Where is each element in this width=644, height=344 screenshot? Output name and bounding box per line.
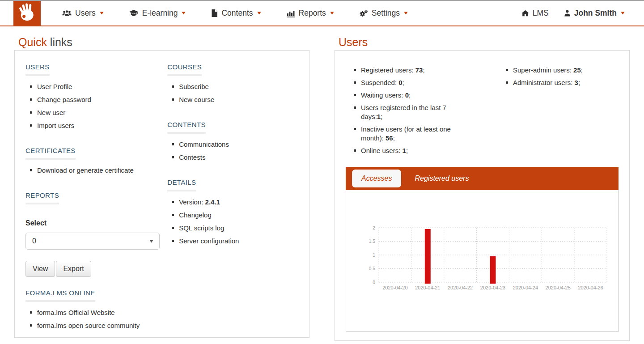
user-stat-value: 1 [402, 147, 406, 154]
quick-links-title-accent: Quick [18, 36, 47, 48]
nav-item-contents[interactable]: Contents [198, 8, 273, 18]
caret-down-icon [149, 240, 153, 243]
main-menu: UsersE-learningContentsReportsSettings [50, 1, 420, 25]
graduation-cap-icon [129, 9, 139, 17]
nav-item-label: Reports [299, 8, 326, 18]
quick-link-item[interactable]: Changelog [179, 211, 298, 219]
quick-links-title: Quick links [18, 36, 309, 48]
chart-bar [490, 256, 496, 284]
user-stat-label: Registered users: [361, 66, 415, 74]
quick-link-item[interactable]: SQL scripts log [179, 224, 298, 232]
caret-down-icon [404, 12, 408, 15]
user-stat-suffix: ; [393, 134, 395, 142]
user-stat-label: Users registered in the last 7 days: [361, 104, 446, 120]
tab-registered-users[interactable]: Registered users [405, 167, 478, 190]
quick-links-column-right: COURSESSubscribeNew courseCONTENTSCommun… [167, 63, 298, 325]
user-stat-value: 25 [573, 66, 581, 74]
user-stat-suffix: ; [423, 66, 424, 74]
quick-link-item[interactable]: Subscribe [179, 83, 298, 91]
caret-down-icon [330, 12, 334, 15]
document-icon [211, 9, 218, 17]
svg-text:2020-04-24: 2020-04-24 [513, 285, 538, 290]
quick-links-list: Download or generate certificate [25, 166, 167, 174]
nav-item-users[interactable]: Users [50, 8, 116, 18]
quick-link-label: Version: [179, 198, 205, 206]
nav-item-reports[interactable]: Reports [274, 8, 347, 18]
caret-down-icon [621, 12, 625, 15]
navbar-right: LMS John Smith [514, 1, 644, 25]
caret-down-icon [257, 12, 261, 15]
section-heading-courses: COURSES [167, 63, 202, 76]
section-heading-reports: REPORTS [25, 191, 59, 204]
quick-links-list: Version: 2.4.1ChangelogSQL scripts logSe… [167, 198, 298, 245]
nav-user-label: John Smith [574, 8, 617, 18]
quick-link-item[interactable]: New course [179, 96, 298, 104]
caret-down-icon [100, 12, 104, 15]
quick-links-list: User ProfileChange passwordNew userImpor… [25, 83, 167, 130]
svg-text:2: 2 [373, 225, 375, 230]
quick-link-item[interactable]: forma.lms open source community [37, 322, 167, 330]
user-stat-value: 56 [386, 134, 393, 142]
svg-text:2020-04-21: 2020-04-21 [415, 285, 440, 290]
user-stat-label: Online users: [361, 147, 402, 154]
bar-chart-icon [286, 9, 295, 17]
user-stat-item: Suspended: 0; [361, 78, 498, 87]
export-button[interactable]: Export [56, 261, 91, 277]
quick-link-item[interactable]: Server configuration [179, 237, 298, 245]
quick-link-item[interactable]: Change password [37, 96, 167, 104]
accesses-bar-chart: 00.511.522020-04-202020-04-212020-04-222… [346, 190, 619, 331]
quick-links-section: Quick links USERSUser ProfileChange pass… [14, 26, 309, 341]
user-stat-label: Suspended: [361, 79, 398, 86]
view-button[interactable]: View [25, 261, 55, 277]
nav-item-label: Contents [221, 8, 253, 18]
user-stat-label: Super-admin users: [513, 66, 573, 74]
users-panel-title: Users [339, 36, 630, 48]
user-stat-suffix: ; [381, 113, 382, 120]
quick-link-item[interactable]: Import users [37, 122, 167, 130]
quick-link-item[interactable]: Contests [179, 153, 298, 161]
quick-link-item[interactable]: Communications [179, 140, 298, 149]
nav-lms-label: LMS [533, 8, 549, 18]
tab-accesses[interactable]: Accesses [352, 170, 401, 187]
quick-link-item[interactable]: forma.lms Official Website [37, 309, 167, 317]
user-stat-item: Administrator users: 3; [513, 78, 583, 87]
home-icon [521, 10, 529, 17]
quick-links-title-rest: links [50, 36, 72, 48]
chart-bar [425, 229, 431, 284]
users-panel: Registered users: 73;Suspended: 0;Waitin… [335, 50, 630, 341]
section-heading-users: USERS [25, 63, 50, 76]
quick-links-list: SubscribeNew course [167, 83, 298, 104]
user-stat-item: Online users: 1; [361, 146, 498, 155]
user-stat-suffix: ; [578, 79, 580, 86]
svg-text:1.5: 1.5 [369, 238, 375, 244]
nav-item-lms-home[interactable]: LMS [514, 8, 556, 18]
user-stat-label: Administrator users: [513, 79, 575, 86]
chart-tabbar: AccessesRegistered users [346, 167, 619, 190]
nav-item-e-learning[interactable]: E-learning [116, 8, 199, 18]
caret-down-icon [182, 12, 186, 15]
user-stat-item: Registered users: 73; [361, 66, 498, 75]
svg-text:2020-04-25: 2020-04-25 [546, 285, 571, 290]
section-heading-details: DETAILS [167, 178, 196, 191]
quick-links-column-left: USERSUser ProfileChange passwordNew user… [25, 63, 167, 325]
nav-item-settings[interactable]: Settings [347, 8, 420, 18]
user-stats: Registered users: 73;Suspended: 0;Waitin… [346, 63, 619, 159]
user-stat-value: 1 [377, 113, 381, 120]
quick-link-item: Version: 2.4.1 [179, 198, 298, 206]
report-select[interactable]: 0 [25, 233, 160, 250]
chart-container: 00.511.522020-04-202020-04-212020-04-222… [346, 190, 619, 332]
users-icon [62, 9, 72, 17]
svg-text:2020-04-22: 2020-04-22 [448, 285, 473, 290]
quick-link-item[interactable]: New user [37, 109, 167, 117]
user-stat-item: Inactive users (for at least one month):… [361, 125, 498, 143]
quick-link-bold-value: 2.4.1 [205, 198, 220, 206]
section-heading-contents: CONTENTS [167, 121, 206, 134]
app-logo[interactable] [13, 1, 41, 25]
gears-icon [359, 9, 368, 17]
quick-link-item[interactable]: Download or generate certificate [37, 166, 167, 174]
quick-links-list: forma.lms Official Websiteforma.lms open… [25, 309, 167, 330]
section-heading-certificates: CERTIFICATES [25, 147, 76, 160]
person-icon [564, 10, 571, 17]
nav-item-user-menu[interactable]: John Smith [556, 8, 632, 18]
quick-link-item[interactable]: User Profile [37, 83, 167, 91]
